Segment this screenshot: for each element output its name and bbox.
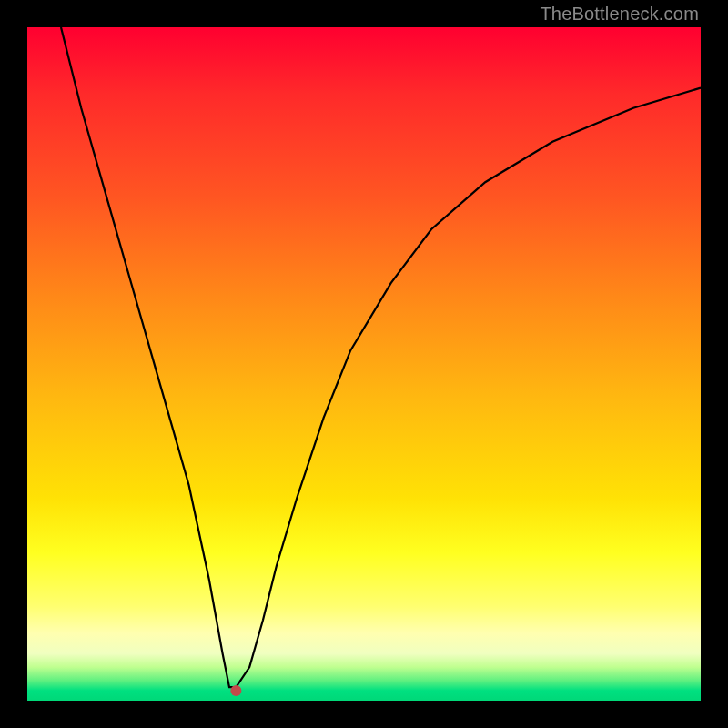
watermark-text: TheBottleneck.com bbox=[540, 4, 699, 25]
bottleneck-curve bbox=[61, 27, 701, 687]
chart-frame: TheBottleneck.com bbox=[0, 0, 728, 728]
optimum-marker bbox=[230, 685, 241, 696]
plot-area bbox=[27, 27, 701, 701]
curve-svg bbox=[27, 27, 701, 701]
